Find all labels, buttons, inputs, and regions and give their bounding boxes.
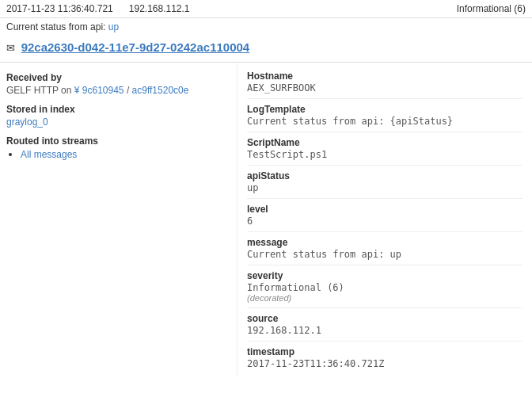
field-name: Hostname — [247, 71, 522, 82]
left-panel: Received by GELF HTTP on ¥ 9c610945 / ac… — [0, 63, 238, 377]
field-value: Current status from api: up — [247, 249, 522, 260]
field-row: HostnameAEX_SURFBOOK — [247, 66, 522, 99]
source-ip: 192.168.112.1 — [129, 3, 190, 14]
message-id-bar: ✉ 92ca2630-d042-11e7-9d27-0242ac110004 — [0, 36, 532, 63]
routed-label: Routed into streams — [6, 136, 230, 147]
level-badge: Informational (6) — [457, 3, 526, 14]
timestamp: 2017-11-23 11:36:40.721 — [6, 3, 113, 14]
status-link[interactable]: up — [108, 21, 119, 32]
stream-link[interactable]: All messages — [21, 149, 77, 160]
field-value: 2017-11-23T11:36:40.721Z — [247, 358, 522, 369]
field-value: 6 — [247, 216, 522, 227]
node-id-link[interactable]: ¥ 9c610945 — [74, 85, 124, 96]
field-row: timestamp2017-11-23T11:36:40.721Z — [247, 342, 522, 374]
field-row: source192.168.112.1 — [247, 308, 522, 342]
field-row: apiStatusup — [247, 166, 522, 199]
field-value: 192.168.112.1 — [247, 325, 522, 336]
field-name: LogTemplate — [247, 104, 522, 115]
input-id-link[interactable]: ac9ff1520c0e — [132, 85, 189, 96]
field-value: Informational (6) — [247, 282, 522, 293]
stored-label: Stored in index — [6, 104, 230, 115]
list-item: All messages — [21, 148, 230, 160]
field-name: source — [247, 313, 522, 324]
status-bar: Current status from api: up — [0, 18, 532, 36]
received-method: GELF HTTP on — [6, 85, 74, 96]
field-value: Current status from api: {apiStatus} — [247, 116, 522, 127]
stored-value: graylog_0 — [6, 116, 230, 128]
envelope-icon: ✉ — [6, 42, 15, 54]
field-name: apiStatus — [247, 170, 522, 181]
field-name: severity — [247, 270, 522, 281]
field-name: timestamp — [247, 346, 522, 357]
received-by-label: Received by — [6, 72, 230, 83]
right-panel: HostnameAEX_SURFBOOKLogTemplateCurrent s… — [238, 63, 532, 377]
field-name: ScriptName — [247, 137, 522, 148]
field-row: severityInformational (6)(decorated) — [247, 265, 522, 308]
main-content: Received by GELF HTTP on ¥ 9c610945 / ac… — [0, 63, 532, 377]
index-link[interactable]: graylog_0 — [6, 116, 48, 128]
top-bar: 2017-11-23 11:36:40.721 192.168.112.1 In… — [0, 0, 532, 18]
field-row: level6 — [247, 199, 522, 232]
field-row: messageCurrent status from api: up — [247, 232, 522, 265]
field-value: TestScript.ps1 — [247, 149, 522, 160]
field-row: LogTemplateCurrent status from api: {api… — [247, 99, 522, 132]
field-value: AEX_SURFBOOK — [247, 82, 522, 94]
field-decorated: (decorated) — [247, 293, 522, 303]
separator: / — [124, 85, 132, 96]
field-value: up — [247, 182, 522, 193]
status-text: Current status from api: — [6, 21, 108, 32]
field-name: message — [247, 237, 522, 248]
received-by-value: GELF HTTP on ¥ 9c610945 / ac9ff1520c0e — [6, 85, 230, 96]
streams-list: All messages — [6, 148, 230, 160]
message-id-link[interactable]: 92ca2630-d042-11e7-9d27-0242ac110004 — [21, 40, 250, 54]
field-name: level — [247, 204, 522, 215]
field-row: ScriptNameTestScript.ps1 — [247, 132, 522, 166]
